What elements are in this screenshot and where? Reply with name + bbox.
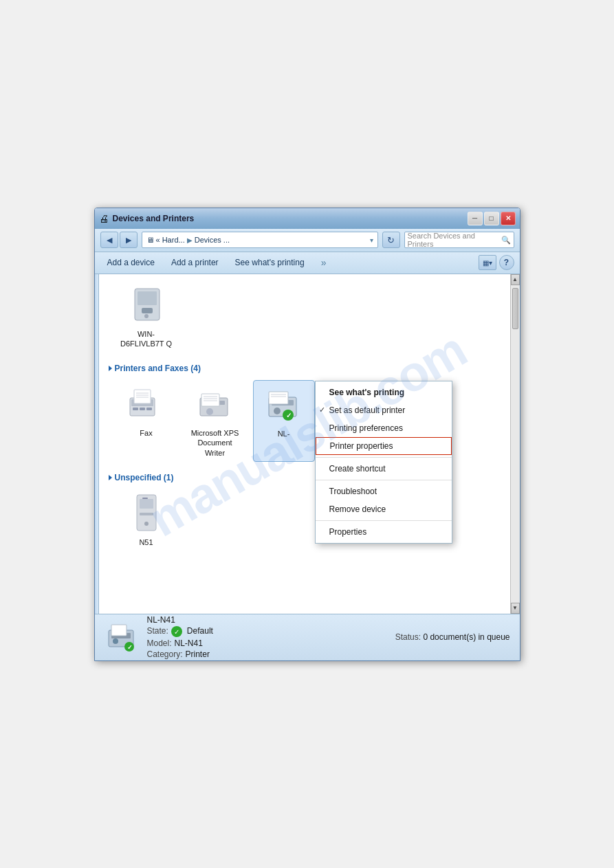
status-queue-value: 0 document(s) in queue xyxy=(423,632,509,642)
device-item-computer[interactable]: WIN-D6FLIVLB7T Q xyxy=(116,281,177,353)
ctx-set-default-check: ✓ xyxy=(319,405,325,414)
scroll-track[interactable] xyxy=(511,285,520,603)
ctx-printing-prefs[interactable]: Printing preferences xyxy=(316,419,452,437)
status-state-label: State: xyxy=(147,626,168,637)
nl41-svg: ✓ xyxy=(262,386,306,425)
svg-rect-31 xyxy=(140,513,153,515)
ctx-properties[interactable]: Properties xyxy=(316,523,452,541)
minimize-button[interactable]: ─ xyxy=(468,212,483,225)
ctx-troubleshoot[interactable]: Troubleshoot xyxy=(316,482,452,500)
printers-faxes-label: Printers and Faxes (4) xyxy=(115,364,201,373)
svg-rect-36 xyxy=(111,625,127,636)
search-icon: 🔍 xyxy=(501,236,511,245)
scroll-up-button[interactable]: ▲ xyxy=(511,274,520,285)
ctx-remove-device-label: Remove device xyxy=(329,504,386,514)
status-right: Status: 0 document(s) in queue xyxy=(395,632,510,642)
view-arrow-icon: ▾ xyxy=(489,259,492,267)
status-printer-icon: ✓ xyxy=(105,621,138,654)
ctx-see-printing-label: See what's printing xyxy=(329,388,405,397)
scroll-down-button[interactable]: ▼ xyxy=(511,603,520,614)
status-model-row: Model: NL-N41 xyxy=(147,638,213,648)
device-item-n51[interactable]: N51 xyxy=(116,489,177,551)
add-printer-button[interactable]: Add a printer xyxy=(164,254,226,271)
svg-rect-16 xyxy=(201,394,219,406)
status-printer-svg: ✓ xyxy=(105,621,138,654)
svg-rect-6 xyxy=(133,408,138,410)
ctx-sep1 xyxy=(316,457,452,458)
device-item-xps[interactable]: Microsoft XPSDocument Writer xyxy=(184,380,246,462)
xps-svg xyxy=(193,386,237,424)
back-button[interactable]: ◀ xyxy=(100,232,118,248)
ctx-printing-prefs-label: Printing preferences xyxy=(329,423,403,433)
ctx-create-shortcut[interactable]: Create shortcut xyxy=(316,460,452,478)
breadcrumb-sep1: ▶ xyxy=(187,236,193,244)
ctx-troubleshoot-label: Troubleshoot xyxy=(329,487,377,496)
title-bar-controls: ─ □ ✕ xyxy=(468,212,516,225)
window-title: Devices and Printers xyxy=(113,214,195,223)
context-menu: See what's printing ✓ Set as default pri… xyxy=(315,381,452,544)
status-device-name-value: NL-N41 xyxy=(147,615,175,625)
view-icon: ▦ xyxy=(483,259,489,267)
search-bar[interactable]: Search Devices and Printers 🔍 xyxy=(404,232,514,248)
ctx-remove-device[interactable]: Remove device xyxy=(316,500,452,518)
status-model-label: Model: xyxy=(147,638,172,648)
status-device-name: NL-N41 xyxy=(147,615,213,625)
status-state-value: Default xyxy=(187,626,213,637)
more-button[interactable]: » xyxy=(314,254,333,271)
ctx-sep2 xyxy=(316,480,452,480)
scroll-thumb[interactable] xyxy=(512,288,518,329)
ctx-create-shortcut-label: Create shortcut xyxy=(329,464,386,474)
svg-point-30 xyxy=(144,522,149,526)
ctx-properties-label: Properties xyxy=(329,527,367,537)
computer-label: WIN-D6FLIVLB7T Q xyxy=(120,329,173,349)
status-state-row: State: ✓ Default xyxy=(147,626,213,637)
help-button[interactable]: ? xyxy=(499,255,514,270)
breadcrumb[interactable]: 🖥 « Hard... ▶ Devices ... ▾ xyxy=(142,232,378,248)
fax-icon xyxy=(124,384,168,425)
add-device-button[interactable]: Add a device xyxy=(100,254,162,271)
devices-window: 🖨 Devices and Printers ─ □ ✕ ◀ ▶ 🖥 « Har… xyxy=(94,208,520,661)
fax-svg xyxy=(124,386,168,424)
close-button[interactable]: ✕ xyxy=(501,212,516,225)
svg-rect-8 xyxy=(146,408,152,410)
title-bar-left: 🖨 Devices and Printers xyxy=(99,213,195,224)
address-bar: ◀ ▶ 🖥 « Hard... ▶ Devices ... ▾ ↻ Search… xyxy=(95,229,520,252)
nl41-label: NL- xyxy=(278,429,290,438)
status-category-value: Printer xyxy=(186,649,210,659)
ctx-printer-props[interactable]: Printer properties xyxy=(316,437,452,455)
view-options-button[interactable]: ▦ ▾ xyxy=(479,255,496,270)
forward-button[interactable]: ▶ xyxy=(120,232,138,248)
n51-svg xyxy=(127,492,166,536)
ctx-see-printing[interactable]: See what's printing xyxy=(316,383,452,401)
status-info: NL-N41 State: ✓ Default Model: NL-N41 Ca… xyxy=(147,615,213,659)
svg-text:✓: ✓ xyxy=(127,644,133,651)
device-item-fax[interactable]: Fax xyxy=(116,380,177,462)
section-triangle-icon xyxy=(109,366,112,371)
device-item-nl41[interactable]: ✓ NL- xyxy=(253,380,315,462)
svg-rect-29 xyxy=(140,499,153,509)
svg-rect-32 xyxy=(142,498,148,499)
svg-point-22 xyxy=(274,408,281,414)
maximize-button[interactable]: □ xyxy=(484,212,499,225)
svg-rect-7 xyxy=(140,408,145,410)
status-category-label: Category: xyxy=(147,649,183,659)
search-placeholder: Search Devices and Printers xyxy=(408,232,498,248)
status-model-value: NL-N41 xyxy=(175,638,203,648)
ctx-set-default[interactable]: ✓ Set as default printer xyxy=(316,401,452,419)
n51-icon xyxy=(124,493,168,535)
refresh-button[interactable]: ↻ xyxy=(382,232,400,248)
breadcrumb-part1: « Hard... xyxy=(156,236,185,244)
unspecified-label: Unspecified (1) xyxy=(115,473,174,482)
status-queue-label: Status: xyxy=(395,632,421,642)
svg-point-3 xyxy=(144,314,149,318)
see-whats-printing-button[interactable]: See what's printing xyxy=(228,254,311,271)
xps-label: Microsoft XPSDocument Writer xyxy=(188,428,242,458)
default-checkmark-icon: ✓ xyxy=(171,626,182,637)
nl41-icon: ✓ xyxy=(262,385,306,426)
breadcrumb-dropdown[interactable]: ▾ xyxy=(370,236,373,244)
content-area: WIN-D6FLIVLB7T Q Printers and Faxes (4) xyxy=(95,274,520,614)
svg-rect-9 xyxy=(134,390,151,403)
unspecified-triangle-icon xyxy=(109,475,112,480)
toolbar-right: ▦ ▾ ? xyxy=(479,255,514,270)
breadcrumb-icon: 🖥 xyxy=(146,236,154,244)
